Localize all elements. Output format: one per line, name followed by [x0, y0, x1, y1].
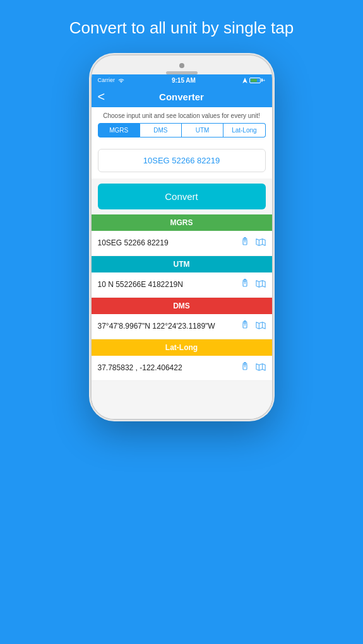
dms-map-icon[interactable]: [256, 321, 266, 332]
tab-mgrs[interactable]: MGRS: [98, 123, 140, 138]
utm-map-icon[interactable]: [256, 279, 266, 290]
status-right: +: [242, 78, 266, 83]
mgrs-value: 10SEG 52266 82219: [98, 238, 169, 247]
dms-result-row: 37°47'8.9967"N 122°24'23.1189"W: [92, 314, 272, 339]
latlong-value: 37.785832 , -122.406422: [98, 363, 182, 372]
tabs-container: MGRS DMS UTM Lat-Long: [92, 123, 272, 143]
svg-marker-2: [256, 238, 265, 245]
mgrs-share-icon[interactable]: [241, 237, 249, 249]
mgrs-result-row: 10SEG 52266 82219: [92, 231, 272, 256]
dms-icons: [241, 320, 266, 332]
back-button[interactable]: <: [98, 90, 105, 104]
dms-value: 37°47'8.9967"N 122°24'23.1189"W: [98, 322, 215, 331]
headline: Convert to all unit by single tap: [44, 0, 319, 54]
speaker-grille: [166, 71, 198, 74]
camera-dot: [179, 63, 184, 68]
mgrs-icons: [241, 237, 266, 249]
status-left: Carrier: [98, 77, 126, 83]
latlong-map-icon[interactable]: [256, 363, 266, 373]
latlong-result-row: 37.785832 , -122.406422: [92, 356, 272, 381]
latlong-icons: [241, 362, 266, 374]
convert-button[interactable]: Convert: [98, 184, 266, 209]
battery-indicator: [249, 78, 261, 83]
carrier-label: Carrier: [98, 77, 116, 83]
location-icon: [242, 78, 247, 83]
tab-latlong[interactable]: Lat-Long: [223, 123, 265, 138]
mgrs-header: MGRS: [92, 214, 272, 231]
latlong-header: Lat-Long: [92, 339, 272, 356]
dms-share-icon[interactable]: [241, 320, 249, 332]
svg-marker-6: [256, 280, 265, 287]
utm-result-row: 10 N 552266E 4182219N: [92, 272, 272, 298]
screen: Carrier 9:15 AM +: [92, 74, 272, 419]
dms-header: DMS: [92, 298, 272, 314]
battery-plug: +: [263, 78, 266, 83]
wifi-icon: [117, 78, 125, 83]
battery-fill: [251, 79, 257, 82]
utm-value: 10 N 552266E 4182219N: [98, 280, 183, 289]
mgrs-map-icon[interactable]: [256, 238, 266, 249]
coordinate-input[interactable]: 10SEG 52266 82219: [98, 149, 266, 172]
tab-utm[interactable]: UTM: [182, 123, 223, 138]
phone-top-bar: [92, 56, 272, 74]
utm-share-icon[interactable]: [241, 279, 249, 291]
nav-bar: < Converter: [92, 86, 272, 107]
subtitle-text: Choose input unit and see location value…: [92, 107, 272, 123]
utm-header: UTM: [92, 256, 272, 272]
app-content: Choose input unit and see location value…: [92, 107, 272, 419]
svg-marker-10: [256, 322, 265, 329]
status-time: 9:15 AM: [172, 77, 196, 84]
utm-icons: [241, 279, 266, 291]
phone-shell: Carrier 9:15 AM +: [90, 54, 273, 420]
tab-dms[interactable]: DMS: [140, 123, 182, 138]
svg-point-0: [121, 81, 122, 83]
nav-title: Converter: [159, 91, 204, 102]
results-container: MGRS 10SEG 52266 82219: [92, 214, 272, 381]
input-section: 10SEG 52266 82219: [92, 143, 272, 179]
latlong-share-icon[interactable]: [241, 362, 249, 374]
svg-marker-14: [256, 363, 265, 370]
status-bar: Carrier 9:15 AM +: [92, 74, 272, 86]
